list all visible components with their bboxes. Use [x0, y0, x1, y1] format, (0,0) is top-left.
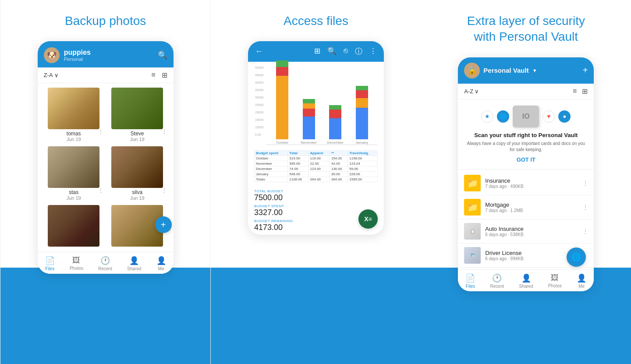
- row-val: 1158.00: [348, 156, 378, 161]
- file-name: Auto Insurance: [485, 226, 523, 232]
- row-month: November: [254, 161, 287, 166]
- bar-segment: [276, 60, 288, 67]
- list-view-icon[interactable]: ≡: [573, 87, 577, 95]
- bar-chart: October November: [266, 66, 378, 145]
- file-item-insurance[interactable]: 📁 Insurance 7 days ago · 490KB ⋮: [458, 171, 594, 195]
- bar-segment: [356, 90, 368, 98]
- folder-icon: 📁: [464, 175, 481, 191]
- search-icon[interactable]: 🔍: [158, 50, 167, 60]
- search-icon[interactable]: 🔍: [327, 46, 337, 57]
- row-val: 119.00: [308, 156, 330, 161]
- file-meta: 6 days ago · 538KB: [485, 232, 523, 237]
- file-item-auto-insurance[interactable]: 📋 Auto Insurance 6 days ago · 538KB ⋮: [458, 219, 594, 244]
- more-icon[interactable]: ⋮: [582, 228, 588, 235]
- back-icon[interactable]: ←: [255, 47, 263, 56]
- bar-group-november: November: [297, 60, 320, 145]
- more-icon[interactable]: ⋮: [98, 187, 104, 194]
- nav-me[interactable]: 👤 Me: [156, 256, 166, 271]
- photo-item[interactable]: stas Jun 19 ⋮: [42, 145, 106, 203]
- add-icon[interactable]: +: [583, 65, 588, 75]
- photo-item[interactable]: [42, 203, 106, 249]
- more-icon[interactable]: ⋮: [161, 187, 167, 194]
- file-info: Mortgage 7 days ago · 1.2MB: [485, 201, 523, 213]
- row-val: 123.04: [348, 161, 378, 166]
- me-icon: 👤: [156, 256, 166, 265]
- info-icon[interactable]: ⓘ: [355, 46, 362, 57]
- recent-icon: 🕐: [492, 273, 502, 283]
- folder-name: puppies: [64, 49, 91, 57]
- photos-icon: 🖼: [72, 256, 80, 265]
- photo-thumb: [48, 205, 99, 247]
- more-icon[interactable]: ⋮: [369, 46, 377, 57]
- y-label: 45000: [255, 74, 263, 77]
- row-val: 364.00: [330, 177, 347, 182]
- row-val: 22.00: [308, 161, 330, 166]
- bar-segment: [303, 117, 315, 139]
- star-icon: ★: [481, 110, 493, 123]
- more-icon[interactable]: ⋮: [161, 128, 167, 135]
- vault-header-left: 🔒 Personal Vault ▼: [464, 63, 537, 78]
- nav-shared[interactable]: 👤 Shared: [127, 256, 141, 271]
- nav-me-label: Me: [158, 266, 164, 271]
- scan-fab-button[interactable]: 🌐: [567, 247, 586, 267]
- bar-chart-wrapper: 50000 45000 40000 35000 30000 25000 2000…: [254, 66, 378, 145]
- grid-view-icon[interactable]: ⊞: [162, 71, 167, 79]
- photo-name: tomas: [67, 131, 81, 137]
- more-icon[interactable]: ⋮: [582, 180, 588, 187]
- photo-item[interactable]: +: [106, 203, 169, 249]
- grid-view-icon[interactable]: ⊞: [582, 87, 588, 95]
- panel-personal-vault: Extra layer of securitywith Personal Vau…: [421, 0, 631, 364]
- photo-item[interactable]: tomas Jun 19 ⋮: [42, 86, 106, 145]
- az-sort-selector[interactable]: A-Z ∨: [464, 88, 479, 95]
- nav-shared[interactable]: 👤 Shared: [519, 273, 533, 289]
- nav-files[interactable]: 📄 Files: [45, 256, 55, 271]
- globe-icon: 🌐: [497, 110, 509, 123]
- nav-recent[interactable]: 🕐 Recent: [490, 273, 504, 289]
- add-button[interactable]: +: [155, 216, 172, 233]
- az-sort-label: A-Z: [464, 88, 473, 95]
- phone2-header: ← ⊞ 🔍 ⎋ ⓘ ⋮: [248, 41, 384, 62]
- bar-label-october: October: [276, 141, 288, 145]
- vault-dropdown-icon[interactable]: ▼: [532, 68, 537, 73]
- nav-recent[interactable]: 🕐 Recent: [98, 256, 112, 271]
- more-icon[interactable]: ⋮: [582, 204, 588, 211]
- row-month: January: [254, 172, 287, 177]
- grid-icon[interactable]: ⊞: [314, 46, 320, 57]
- col-header: Apparel: [308, 151, 330, 156]
- nav-photos[interactable]: 🖼 Photos: [548, 273, 562, 289]
- y-label: 35000: [255, 88, 263, 92]
- bar-segment: [329, 105, 341, 110]
- vault-view-icons: ≡ ⊞: [573, 87, 588, 95]
- col-header: **: [330, 151, 347, 156]
- bar-label-january: January: [356, 141, 368, 145]
- nav-files[interactable]: 📄 Files: [465, 273, 475, 289]
- phone1-header-left: 🐶 puppies Personal: [44, 47, 91, 63]
- bar-segment: [356, 98, 368, 108]
- shared-icon: 👤: [129, 256, 139, 265]
- row-val: 154.00: [330, 156, 347, 161]
- panel3-title: Extra layer of securitywith Personal Vau…: [467, 13, 585, 45]
- more-icon[interactable]: ⋮: [98, 128, 104, 135]
- nav-photos[interactable]: 🖼 Photos: [70, 256, 83, 271]
- sort-selector[interactable]: Z-A ∨: [44, 72, 59, 78]
- y-label: 5.00: [255, 133, 263, 136]
- photo-item[interactable]: silva Jun 19 ⋮: [106, 145, 169, 203]
- file-name: Mortgage: [485, 201, 523, 208]
- vault-toolbar: A-Z ∨ ≡ ⊞: [458, 84, 594, 99]
- folder-icon: 📁: [464, 199, 481, 216]
- bar-segment: [329, 118, 341, 139]
- file-item-mortgage[interactable]: 📁 Mortgage 7 days ago · 1.2MB ⋮: [458, 195, 594, 219]
- bar-stack: [276, 60, 288, 139]
- sort-chevron-icon: ∨: [475, 88, 479, 95]
- nav-me[interactable]: 👤 Me: [577, 273, 586, 289]
- phone1-title-group: puppies Personal: [64, 49, 91, 62]
- got-it-button[interactable]: GOT IT: [465, 156, 587, 163]
- share-icon[interactable]: ⎋: [344, 46, 348, 57]
- toolbar-icons: ≡ ⊞: [151, 71, 167, 79]
- list-view-icon[interactable]: ≡: [151, 71, 155, 79]
- photo-item[interactable]: Steve Jun 19 ⋮: [106, 86, 169, 145]
- table-header-row: Budget spent Total Apparel ** Travel/lod…: [254, 151, 377, 156]
- phone-frame-2: ← ⊞ 🔍 ⎋ ⓘ ⋮ 50000 45000 40000 35000 3000…: [248, 41, 384, 235]
- bar-group-january: January: [350, 60, 373, 145]
- y-label: 15000: [255, 118, 263, 121]
